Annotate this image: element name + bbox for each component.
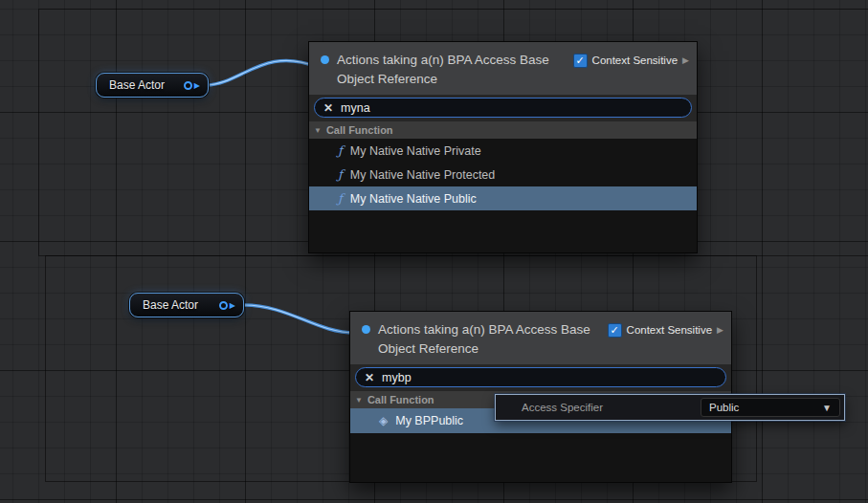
- object-pin[interactable]: ▶: [219, 301, 235, 310]
- menu-title: Actions taking a(n) BPA Access Base Obje…: [378, 320, 608, 358]
- list-item-label: My BPPublic: [395, 414, 463, 427]
- clear-search-icon[interactable]: ✕: [365, 372, 374, 383]
- context-sensitive-toggle[interactable]: ✓ Context Sensitive ▶: [573, 51, 689, 88]
- object-pin-dot-icon: [362, 325, 370, 334]
- category-call-function[interactable]: ▼ Call Function: [309, 121, 697, 139]
- triangle-down-icon: ▼: [314, 126, 322, 135]
- context-sensitive-label: Context Sensitive: [592, 54, 679, 68]
- list-item-my-native-native-protected[interactable]: ƒ My Native Native Protected: [309, 163, 697, 186]
- action-list: ƒ My Native Native Private ƒ My Native N…: [309, 139, 697, 252]
- context-sensitive-checkbox[interactable]: ✓: [608, 323, 622, 338]
- chevron-right-icon[interactable]: ▶: [717, 323, 723, 338]
- search-row: ✕: [309, 95, 697, 121]
- pin-arrow-icon: ▶: [194, 81, 200, 90]
- object-pin-icon: [184, 81, 192, 90]
- list-item-label: My Native Native Private: [350, 144, 481, 158]
- menu-title: Actions taking a(n) BPA Access Base Obje…: [337, 51, 571, 88]
- access-specifier-panel: Access Specifier Public ▼: [495, 394, 845, 421]
- category-label: Call Function: [367, 394, 434, 405]
- search-row: ✕: [350, 364, 731, 391]
- object-pin-dot-icon: [321, 55, 329, 64]
- node-base-actor-bottom[interactable]: Base Actor ▶: [129, 293, 244, 317]
- object-pin-icon: [219, 301, 228, 310]
- node-label: Base Actor: [143, 298, 198, 312]
- menu-header: Actions taking a(n) BPA Access Base Obje…: [350, 312, 731, 364]
- search-box[interactable]: ✕: [355, 367, 726, 387]
- function-icon: ƒ: [338, 143, 343, 158]
- wire-bottom-highlight: [244, 305, 355, 333]
- context-sensitive-toggle[interactable]: ✓ Context Sensitive ▶: [608, 320, 723, 358]
- access-specifier-dropdown[interactable]: Public ▼: [701, 398, 840, 417]
- list-item-my-native-native-private[interactable]: ƒ My Native Native Private: [309, 139, 697, 163]
- blueprint-function-icon: ◈: [379, 414, 388, 427]
- context-action-menu-top: Actions taking a(n) BPA Access Base Obje…: [308, 41, 698, 253]
- clear-search-icon[interactable]: ✕: [323, 102, 333, 114]
- caret-down-icon: ▼: [822, 403, 832, 413]
- pin-arrow-icon: ▶: [230, 301, 235, 310]
- search-box[interactable]: ✕: [314, 98, 692, 118]
- context-sensitive-label: Context Sensitive: [627, 323, 713, 338]
- triangle-down-icon: ▼: [355, 396, 363, 405]
- search-input[interactable]: [341, 101, 682, 115]
- wire-bottom[interactable]: [244, 305, 355, 333]
- list-item-my-native-native-public[interactable]: ƒ My Native Native Public: [309, 186, 697, 210]
- access-specifier-label: Access Specifier: [496, 402, 701, 413]
- object-pin[interactable]: ▶: [184, 81, 200, 90]
- search-input[interactable]: [382, 371, 717, 384]
- wire-top-highlight: [207, 60, 317, 85]
- blueprint-graph-canvas[interactable]: Base Actor ▶ Base Actor ▶ Actions taking…: [0, 0, 868, 503]
- category-label: Call Function: [326, 124, 393, 136]
- function-icon: ƒ: [338, 167, 343, 182]
- menu-header: Actions taking a(n) BPA Access Base Obje…: [309, 42, 697, 95]
- wire-top[interactable]: [207, 60, 317, 85]
- node-label: Base Actor: [109, 78, 165, 92]
- function-icon: ƒ: [338, 191, 343, 206]
- context-sensitive-checkbox[interactable]: ✓: [573, 54, 588, 68]
- node-base-actor-top[interactable]: Base Actor ▶: [96, 73, 209, 98]
- chevron-right-icon[interactable]: ▶: [682, 54, 689, 68]
- list-item-label: My Native Native Public: [350, 192, 477, 206]
- list-item-label: My Native Native Protected: [350, 168, 495, 182]
- access-specifier-value: Public: [709, 402, 739, 413]
